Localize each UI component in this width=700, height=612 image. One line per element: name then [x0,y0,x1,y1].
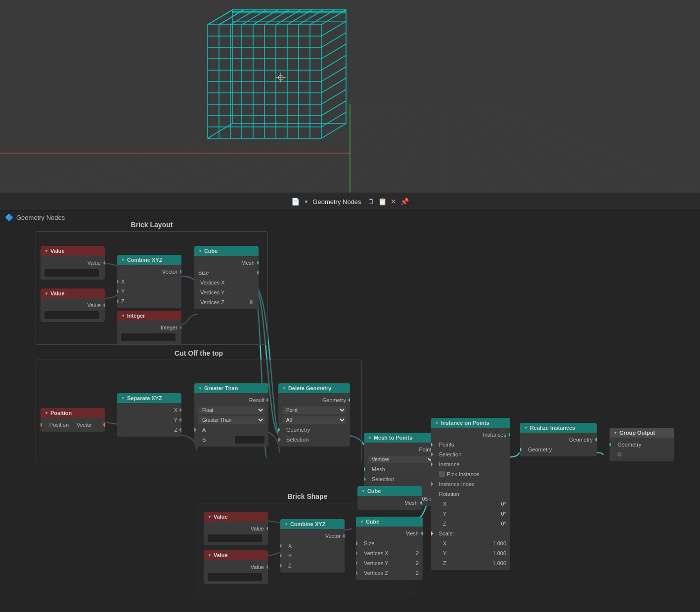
node-value4[interactable]: ▼ Value Value 0.115 [204,550,268,584]
node-value3-label: Value [214,514,228,520]
socket-combine-xyz2-y-in [280,554,282,558]
node-greater-than-header[interactable]: ▼ Greater Than [194,383,268,393]
node-value3-header[interactable]: ▼ Value [204,512,268,522]
node-position-body: Position Vector [41,418,105,432]
toolbar-dropdown-arrow[interactable]: ▼ [304,199,308,204]
node-separate-xyz-label: Separate XYZ [127,395,162,401]
node-value3-input[interactable]: 0.130 [208,534,262,542]
node-integer1[interactable]: ▼ Integer Integer 8 [117,311,181,344]
node-mesh-to-points-header[interactable]: ▼ Mesh to Points [364,433,438,443]
socket-cube3-vx-in [356,551,357,555]
socket-position-out [103,423,105,427]
node-combine-xyz2-body: Vector X Y Z [280,529,345,572]
node-delete-geometry-header[interactable]: ▼ Delete Geometry [278,383,350,393]
node-editor[interactable]: 🔷 Geometry Nodes [0,210,700,612]
node-iop-scale-label-row: Scale: [431,529,510,538]
socket-delete-geo-sel-in [278,437,281,442]
node-realize-instances-header[interactable]: ▼ Realize Instances [520,423,597,433]
node-value4-input[interactable]: 0.115 [208,573,262,581]
node-value4-value-row: 0.115 [204,572,268,582]
toolbar-icon1[interactable]: 🗒 [367,198,374,205]
node-cube1-vz-row: Vertices Z 9 [194,297,259,307]
node-value3[interactable]: ▼ Value Value 0.130 [204,512,268,545]
node-combine-xyz2-label: Combine XYZ [290,521,326,527]
node-delete-geo-mode2-select[interactable]: All [282,416,346,424]
node-cube3-size-row: Size [356,538,423,548]
node-value3-value-row: 0.130 [204,533,268,543]
node-cube1-header[interactable]: ▼ Cube [194,246,259,256]
node-cube3-header[interactable]: ▼ Cube [356,517,423,527]
node-cube2-header[interactable]: ▼ Cube [357,486,422,496]
node-separate-xyz-z-row: Z [117,425,181,435]
toolbar-pin[interactable]: 📌 [400,198,409,205]
node-position[interactable]: ▼ Position Position Vector [41,408,105,432]
node-mesh-to-pts-mode-select[interactable]: Vertices [368,456,434,463]
node-group-output-socket [617,452,621,456]
socket-separate-xyz-y-out [179,417,181,422]
toolbar-icon2[interactable]: 📋 [378,198,387,205]
node-delete-geometry[interactable]: ▼ Delete Geometry Geometry Point All Geo… [278,383,350,447]
node-integer1-header[interactable]: ▼ Integer [117,311,181,321]
node-position-header[interactable]: ▼ Position [41,408,105,418]
node-value4-header[interactable]: ▼ Value [204,550,268,560]
node-value2-header[interactable]: ▼ Value [41,288,105,298]
socket-value3-out [266,527,268,530]
node-greater-than-float-row: Float [194,405,268,415]
node-position-out-row: Position Vector [41,420,105,430]
toolbar-close[interactable]: ✕ [391,198,396,205]
node-value2[interactable]: ▼ Value Value 0.950 [41,288,105,322]
node-combine-xyz1-header[interactable]: ▼ Combine XYZ [117,255,181,265]
node-cube2[interactable]: ▼ Cube Mesh [357,486,422,510]
node-greater-than-a-row: A [194,425,268,435]
socket-cube1-mesh-out [257,261,259,265]
node-greater-than-b-input[interactable]: 0.450 [235,436,264,444]
3d-viewport[interactable] [0,0,700,193]
node-value2-input[interactable]: 0.950 [44,311,99,319]
node-group-output-header[interactable]: ▼ Group Output [610,428,674,438]
node-greater-than-result-row: Result [194,395,268,405]
node-greater-than-b-row: B 0.450 [194,435,268,445]
node-value1-header[interactable]: ▼ Value [41,246,105,256]
node-greater-than-float-select[interactable]: Float [198,407,264,414]
node-separate-xyz[interactable]: ▼ Separate XYZ X Y Z [117,393,181,437]
node-value1[interactable]: ▼ Value Value 0.950 [41,246,105,280]
node-cube1-vx-row: Vertices X [194,278,259,287]
node-delete-geometry-label: Delete Geometry [288,385,331,391]
node-iop-rotation-label-row: Rotation: [431,489,510,499]
node-integer1-input[interactable]: 8 [121,333,175,341]
node-greater-than-op-select[interactable]: Greater Than [198,416,264,424]
node-delete-geometry-geo-out-row: Geometry [278,395,350,405]
node-delete-geo-mode1-select[interactable]: Point [282,407,346,414]
node-integer1-label: Integer [127,313,145,319]
node-iop-rot-y-row: Y 0° [431,509,510,519]
socket-iop-index-in [431,481,434,487]
node-separate-xyz-header[interactable]: ▼ Separate XYZ [117,393,181,403]
node-iop-rot-z-row: Z 0° [431,519,510,529]
node-cube3[interactable]: ▼ Cube Mesh Size Vertices X 2 Vertices Y… [356,517,423,580]
node-editor-icon: 🔷 [5,213,13,221]
node-editor-label: Geometry Nodes [16,214,65,221]
node-combine-xyz1-z-row: Z [117,296,181,306]
node-value1-input[interactable]: 0.950 [44,269,99,277]
node-realize-instances[interactable]: ▼ Realize Instances Geometry Geometry [520,423,597,456]
node-combine-xyz2-header[interactable]: ▼ Combine XYZ [280,519,345,529]
socket-iop-pts-in [431,443,433,447]
socket-cube3-vz-in [356,571,357,575]
node-cube1[interactable]: ▼ Cube Mesh Size Vertices X Vertices Y V… [194,246,259,309]
toolbar-editor-icon[interactable]: 📄 [291,198,300,205]
node-combine-xyz2[interactable]: ▼ Combine XYZ Vector X Y Z [280,519,345,572]
node-group-output-body: Geometry [610,438,674,461]
node-instance-on-points[interactable]: ▼ Instance on Points Instances Points Se… [431,418,510,570]
node-iop-pick-checkbox[interactable] [439,471,445,477]
node-iop-scale-z-row: Z 1.000 [431,558,510,568]
node-combine-xyz1[interactable]: ▼ Combine XYZ Vector X Y Z [117,255,181,308]
node-group-output[interactable]: ▼ Group Output Geometry [610,428,674,461]
node-greater-than[interactable]: ▼ Greater Than Result Float Greater Than… [194,383,268,447]
node-iop-pick-row: Pick Instance [431,469,510,479]
node-iop-instance-in-row: Instance [431,459,510,469]
node-instance-on-points-header[interactable]: ▼ Instance on Points [431,418,510,428]
node-instance-on-points-body: Instances Points Selection Instance Pick… [431,428,510,570]
node-separate-xyz-body: X Y Z [117,403,181,437]
node-cube2-label: Cube [367,488,381,494]
node-delete-geometry-mode2-row: All [278,415,350,425]
